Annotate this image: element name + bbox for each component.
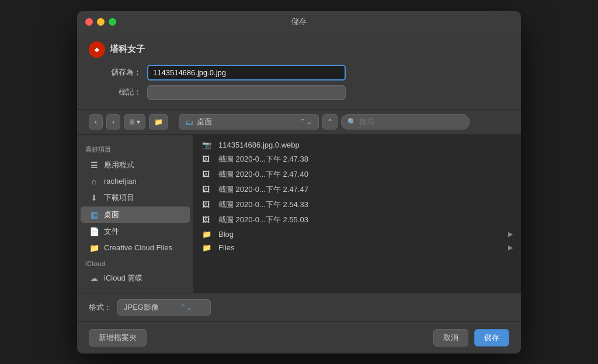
cancel-button[interactable]: 取消 [433,329,468,346]
file-item-5[interactable]: 🖼 截圖 2020-0...下午 2.55.03 [194,212,521,228]
desktop-icon: ▦ [89,210,99,219]
file-item-4[interactable]: 🖼 截圖 2020-0...下午 2.54.33 [194,197,521,212]
file-icon-4: 🖼 [202,200,214,209]
folder-arrow-files: ▶ [508,244,513,251]
folder-name-blog: Blog [218,230,508,239]
save-as-label: 儲存為： [89,67,141,78]
file-list: 📷 1143514686.jpg.0.webp 🖼 截圖 2020-0...下午… [194,135,521,293]
sidebar-item-downloads-label: 下載項目 [104,192,134,203]
back-button[interactable]: ‹ [89,114,103,130]
format-chevron: ⌃⌄ [180,303,193,312]
traffic-lights [85,18,116,26]
folder-icon-files: 📁 [202,243,214,252]
folder-button[interactable]: 📁 [149,114,168,130]
downloads-icon: ⬇ [89,193,99,202]
search-icon: 🔍 [347,118,356,126]
close-button[interactable] [85,18,93,26]
new-folder-button[interactable]: 新增檔案夾 [89,329,147,346]
icloud-label: iCloud [77,258,193,270]
save-button[interactable]: 儲存 [474,329,509,346]
search-input[interactable] [359,117,463,126]
view-icon: ⊞ [129,118,135,126]
home-icon: ⌂ [89,177,99,186]
location-expand-icon: ⌃⌄ [300,117,312,126]
folder-arrow-blog: ▶ [508,230,513,238]
file-item-files[interactable]: 📁 Files ▶ [194,241,521,254]
maximize-button[interactable] [109,18,116,26]
sidebar-item-apps[interactable]: ☰ 應用程式 [81,157,190,173]
dialog-title: 儲存 [291,16,307,27]
sidebar: 喜好項目 ☰ 應用程式 ⌂ racheljian ⬇ 下載項目 ▦ 桌面 📄 文… [77,135,194,293]
file-name-5: 截圖 2020-0...下午 2.55.03 [218,215,513,225]
toolbar: ‹ › ⊞ ▾ 📁 🗂 桌面 ⌃⌄ ⌃ 🔍 [77,109,521,135]
file-icon-2: 🖼 [202,170,214,178]
view-button[interactable]: ⊞ ▾ [124,114,145,130]
sidebar-item-icloud[interactable]: ☁ iCloud 雲碟 [81,270,190,286]
sidebar-item-downloads[interactable]: ⬇ 下載項目 [81,190,190,206]
sidebar-item-creative-cloud[interactable]: 📁 Creative Cloud Files [81,240,190,256]
folder-name-files: Files [218,243,508,252]
format-value: JPEG影像 [124,302,159,313]
back-icon: ‹ [95,118,97,126]
file-icon-5: 🖼 [202,215,214,224]
location-text: 桌面 [197,117,212,127]
expand-icon: ⌃ [327,118,333,126]
file-name-4: 截圖 2020-0...下午 2.54.33 [218,200,513,210]
expand-button[interactable]: ⌃ [322,114,338,130]
file-icon-3: 🖼 [202,185,214,194]
tags-row: 標記： [89,85,509,100]
file-name-3: 截圖 2020-0...下午 2.47.47 [218,184,513,195]
sidebar-item-home-label: racheljian [104,177,137,186]
sidebar-item-desktop[interactable]: ▦ 桌面 [81,206,190,223]
folder-icon-blog: 📁 [202,230,214,239]
sidebar-item-home[interactable]: ⌂ racheljian [81,174,190,189]
creative-cloud-icon: 📁 [89,243,99,253]
file-item-webp[interactable]: 📷 1143514686.jpg.0.webp [194,138,521,152]
save-as-row: 儲存為： [89,65,509,80]
documents-icon: 📄 [89,227,99,236]
footer-left: 新增檔案夾 [89,329,147,346]
format-select[interactable]: JPEG影像 ⌃⌄ [117,299,211,316]
format-label: 格式： [89,302,112,313]
footer-right: 取消 儲存 [433,329,509,346]
view-chevron: ▾ [137,118,140,126]
logo-icon: ♣ [89,41,105,58]
sidebar-item-icloud-label: iCloud 雲碟 [104,273,142,284]
file-name-webp: 1143514686.jpg.0.webp [218,141,513,149]
file-item-1[interactable]: 🖼 截圖 2020-0...下午 2.47.38 [194,152,521,167]
tags-input[interactable] [147,85,346,100]
sidebar-item-documents-label: 文件 [104,226,119,237]
folder-icon: 📁 [154,118,163,126]
icloud-icon: ☁ [89,274,99,283]
logo-row: ♣ 塔科女子 [89,41,509,58]
location-folder-icon: 🗂 [185,117,193,127]
main-content: 喜好項目 ☰ 應用程式 ⌂ racheljian ⬇ 下載項目 ▦ 桌面 📄 文… [77,135,521,293]
favorites-label: 喜好項目 [77,143,193,156]
minimize-button[interactable] [97,18,105,26]
apps-icon: ☰ [89,160,99,170]
file-item-2[interactable]: 🖼 截圖 2020-0...下午 2.47.40 [194,167,521,182]
tags-label: 標記： [89,87,141,97]
sidebar-item-apps-label: 應用程式 [104,160,134,170]
logo-symbol: ♣ [95,46,99,54]
footer: 新增檔案夾 取消 儲存 [77,321,521,354]
file-icon-webp: 📷 [202,141,214,149]
forward-button[interactable]: › [106,114,120,130]
sidebar-item-documents[interactable]: 📄 文件 [81,223,190,240]
file-item-blog[interactable]: 📁 Blog ▶ [194,228,521,241]
forward-icon: › [112,118,114,126]
sidebar-item-creative-cloud-label: Creative Cloud Files [104,243,172,252]
save-as-input[interactable] [147,65,346,80]
format-bar: 格式： JPEG影像 ⌃⌄ [77,293,521,321]
app-name: 塔科女子 [110,44,145,55]
file-name-1: 截圖 2020-0...下午 2.47.38 [218,154,513,164]
header: ♣ 塔科女子 儲存為： 標記： [77,33,521,109]
save-dialog: 儲存 ♣ 塔科女子 儲存為： 標記： ‹ › ⊞ ▾ 📁 [77,11,521,354]
location-selector[interactable]: 🗂 桌面 ⌃⌄ [179,114,319,130]
file-name-2: 截圖 2020-0...下午 2.47.40 [218,169,513,180]
file-item-3[interactable]: 🖼 截圖 2020-0...下午 2.47.47 [194,182,521,197]
file-icon-1: 🖼 [202,155,214,163]
titlebar: 儲存 [77,11,521,33]
sidebar-item-desktop-label: 桌面 [104,209,119,220]
search-box[interactable]: 🔍 [341,114,470,130]
